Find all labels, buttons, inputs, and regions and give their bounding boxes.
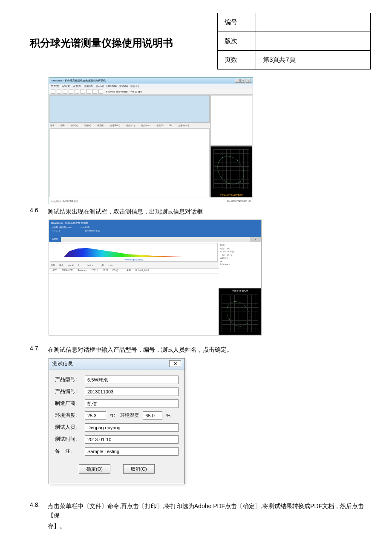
input-code[interactable]: 2013011003	[85, 387, 179, 396]
label-remark: 备 注:	[55, 448, 82, 455]
col-lm: 光通量(lm)	[110, 124, 120, 127]
tool-run-icon[interactable]	[75, 89, 79, 94]
meta-value-version	[256, 32, 371, 51]
input-humid[interactable]: 65.0	[143, 411, 162, 420]
step-number-47: 4.7.	[30, 345, 43, 354]
col-code: 编号	[61, 124, 65, 127]
ri7: 0 /!4 are.y	[220, 263, 259, 266]
ri0: MUH	[220, 244, 259, 247]
statusbar: ※ 杭州远方 EVERFINE 就绪 S/N:d1116724C/7G11198	[49, 198, 253, 204]
menu-setting[interactable]: 设置(S)	[73, 84, 81, 88]
meta-table: 编号 版次 页数 第3頁共7頁	[217, 13, 371, 69]
col-power: 功率(w)	[71, 124, 78, 127]
unit-pct: %	[165, 413, 172, 418]
menu-measure[interactable]: 测量(M)	[84, 84, 93, 88]
screenshot-main-app: HaasSuite - 积分球高精度快速光谱测试分析系统 – ▢ × 文件(F)…	[49, 77, 253, 204]
menu-help[interactable]: 帮助(H)	[119, 84, 128, 88]
input-tester[interactable]: Degpag ouyang	[85, 423, 179, 432]
col-volt: 电压(V)	[84, 124, 91, 127]
grid-empty-area	[49, 274, 219, 335]
ok-button[interactable]: 确定(O)	[79, 464, 110, 474]
tool-b-icon[interactable]	[92, 89, 97, 94]
menu-edit[interactable]: 编辑(E)	[62, 84, 70, 88]
ri4: 一M) - WII w	[220, 254, 259, 257]
screenshot-app-with-data: HaasSuite - 杭州高精度快速测量 文件(F) 编辑(E) mveci …	[49, 220, 262, 335]
tool-open-icon[interactable]	[57, 89, 61, 94]
h7: •E	[101, 264, 104, 267]
sub4: 显示文件计量信	[85, 229, 100, 232]
tab-active[interactable]: M(0)	[49, 237, 61, 242]
menu-lang[interactable]: 语言(L)	[130, 84, 138, 88]
cie-chart: x=0.313 y=0.337 P8000	[210, 146, 252, 197]
input-temp[interactable]: 25.3	[85, 411, 106, 420]
maximize-icon[interactable]: ▢	[240, 79, 245, 83]
tab-other[interactable]: - 0 -	[250, 237, 261, 242]
c4: 60.57	[103, 269, 108, 273]
close-icon[interactable]: ×	[246, 79, 251, 83]
dialog-close-icon[interactable]: ✕	[169, 360, 181, 367]
data-row-1[interactable]: □ 0001 2013011003 Posts etn; 17J!1.1 60.…	[49, 269, 219, 274]
cie-coord-label: x=0.313 y=0.337 P8000	[211, 194, 252, 196]
document-title: 积分球光谱测量仪操使用说明书	[30, 13, 209, 50]
tool-stop-icon[interactable]	[81, 89, 85, 94]
step-number-48: 4.8.	[30, 501, 43, 520]
spectrum-canvas	[49, 95, 210, 123]
tool-new-icon[interactable]	[51, 89, 55, 94]
sub1: 文件(F) 编辑(E) mveci	[51, 226, 72, 228]
label-tester: 测试人员:	[55, 424, 82, 431]
input-remark[interactable]: Sample Testing	[85, 447, 179, 456]
h1: 编号	[59, 264, 63, 267]
h3: I	[78, 264, 79, 267]
data-grid-header: 序号 编号 功率(w) 电压(V) 电流(A) 光通量(lm) 色坐标x,y 色…	[49, 123, 210, 128]
h8: d>4 n	[108, 264, 113, 267]
tool-print-icon[interactable]	[69, 89, 73, 94]
menubar[interactable]: 文件(F) 编辑(E) 设置(S) 测量(M) 显示(A) LEDC(N) 帮助…	[49, 84, 253, 89]
h2: y-entil•	[68, 264, 74, 267]
input-time[interactable]: 2013-01-10	[85, 435, 179, 444]
toolbar-text: 积分时间: ms 0 测量部分 手动 10 显示	[106, 90, 142, 93]
sub2: uncw friMun	[80, 226, 91, 228]
menu-ledc[interactable]: LEDC(N)	[107, 85, 117, 87]
window-title-2: HaasSuite - 杭州高精度快速测量	[51, 221, 259, 225]
tabs: M(0) - 0 -	[49, 237, 261, 242]
col-curr: 电流(A)	[97, 124, 104, 127]
cie-title: 色温带 76 50CM	[219, 289, 261, 292]
minimize-icon[interactable]: –	[235, 79, 240, 83]
status-left: ※ 杭州远方 EVERFINE 就绪	[51, 200, 78, 202]
tool-save-icon[interactable]	[63, 89, 67, 94]
step-number-46: 4.6.	[30, 207, 43, 216]
c2: Posts etn;	[78, 269, 87, 273]
ri2: •口口 : vx*	[220, 247, 259, 251]
data-grid[interactable]	[49, 128, 210, 197]
meta-value-id	[256, 13, 371, 32]
c8: Ur(!x) U_ MILI	[135, 269, 148, 273]
input-maker[interactable]: 凯信	[85, 399, 179, 408]
c0: □ 0001	[51, 269, 58, 273]
step-text-47: 在测试信息对话框中输入产品型号，编号，测试人员姓名，点击确定。	[48, 345, 371, 354]
tool-a-icon[interactable]	[86, 89, 91, 94]
meta-value-page: 第3頁共7頁	[256, 51, 371, 69]
label-temp: 环境温度:	[55, 412, 82, 419]
sub3: "P. 9 ZJ ø	[51, 229, 60, 232]
unit-c: °C	[109, 413, 116, 418]
tool-c-icon[interactable]	[98, 89, 103, 94]
col-nm: 主波长(nm)	[178, 124, 189, 127]
info-panel	[210, 95, 252, 146]
c5: CD.IQ	[112, 269, 118, 273]
menu-file[interactable]: 文件(F)	[51, 84, 59, 88]
spectrum-plot: Wavelength(5.1nm)	[50, 243, 218, 262]
cie-chart-2: 色温带 76 50CM	[219, 288, 261, 335]
h0: 序号	[51, 264, 55, 267]
c3: 17J!1.1	[92, 269, 98, 273]
label-humid: 环境湿度	[119, 412, 140, 419]
ri3: 4- W / ElOH源	[220, 250, 259, 254]
cancel-button[interactable]: 取消(C)	[123, 464, 155, 474]
label-model: 产品型号:	[55, 376, 82, 383]
col-xy: 色坐标x,y	[126, 124, 135, 127]
data-grid-header-2: 序号 编号 y-entil• I lestl x •E d>4 n	[49, 263, 219, 269]
dialog-titlebar: 测试信息 ✕	[49, 358, 184, 370]
menu-display[interactable]: 显示(A)	[95, 84, 104, 88]
c7: 4HD	[127, 269, 131, 273]
input-model[interactable]: 6.5W球泡	[85, 376, 179, 384]
window-title: HaasSuite - 积分球高精度快速光谱测试分析系统	[51, 79, 106, 83]
